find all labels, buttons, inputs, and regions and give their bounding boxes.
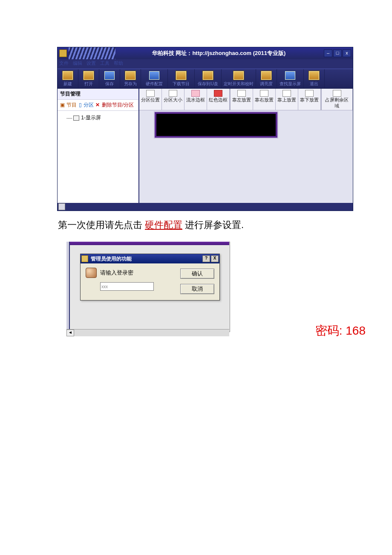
sidebar: 节目管理 ▣ 节目 ▯ 分区 ✕ 删除节目/分区 ·········· 1-显示…	[58, 89, 139, 203]
toolbar-save[interactable]: 保存	[99, 69, 120, 88]
ok-button[interactable]: 确认	[180, 269, 214, 279]
sub-align-top[interactable]: 靠上放置	[276, 89, 298, 110]
dialog-help-button[interactable]: ?	[202, 255, 210, 262]
dialog-bg-scrollbar: ◄	[66, 329, 229, 336]
delete-x-icon: ✕	[95, 102, 100, 108]
close-button[interactable]: x	[343, 49, 351, 57]
tab-program[interactable]: 节目	[66, 102, 77, 108]
status-handle-icon	[58, 203, 65, 210]
main-toolbar: 新建 打开 保存 另存为 硬件配置 下载节目 保存到U盘 定时开关和校时 调亮度…	[58, 69, 353, 89]
menu-item[interactable]: 编辑	[73, 60, 82, 68]
sub-align-left[interactable]: 靠左放置	[231, 89, 253, 110]
toolbar-saveusb[interactable]: 保存到U盘	[195, 69, 222, 88]
fill-icon	[333, 90, 341, 97]
display-icon	[73, 116, 79, 121]
user-icon	[86, 268, 97, 278]
app-icon	[59, 49, 67, 57]
align-right-icon	[260, 90, 268, 97]
dialog-screenshot: ◄ 管理员使用的功能 ? X 请输入登录密 确认	[57, 242, 293, 336]
align-top-icon	[282, 90, 291, 97]
toolbar-hardware[interactable]: 硬件配置	[141, 69, 168, 88]
sub-red-border[interactable]: 红色边框	[207, 89, 230, 110]
minimize-button[interactable]: –	[324, 49, 332, 57]
sub-flow-border[interactable]: 流水边框	[184, 89, 207, 110]
menu-item[interactable]: 帮助	[114, 60, 123, 68]
menu-item[interactable]: 设置	[86, 60, 96, 68]
menu-item[interactable]: 工具	[100, 60, 110, 68]
window-title: 华柏科技 网址：http://jszhonghao.com (2011专业版)	[115, 49, 322, 57]
align-left-icon	[237, 90, 246, 97]
toolbar-open[interactable]: 打开	[78, 69, 99, 88]
find-icon	[285, 71, 296, 80]
sub-toolbar: 分区位置 分区大小 流水边框 红色边框 靠左放置 靠右放置 靠上放置 靠下放置 …	[139, 89, 353, 110]
brightness-icon	[261, 71, 272, 80]
align-bottom-icon	[305, 90, 314, 97]
save-icon	[104, 71, 115, 80]
sub-align-right[interactable]: 靠右放置	[253, 89, 276, 110]
open-icon	[83, 71, 94, 80]
sub-align-bottom[interactable]: 靠下放置	[298, 89, 321, 110]
new-icon	[62, 71, 73, 80]
password-note: 密码: 168	[315, 323, 366, 336]
usb-icon	[202, 71, 213, 80]
toolbar-timer[interactable]: 定时开关和校时	[222, 69, 256, 88]
tab-program-icon: ▣	[60, 102, 65, 108]
red-border-icon	[214, 90, 222, 97]
exit-icon	[308, 71, 320, 80]
sub-fill-remaining[interactable]: 占屏剩余区域	[322, 89, 353, 110]
instruction-post: 进行屏参设置.	[185, 219, 244, 231]
tree-node-label: 1-显示屏	[81, 114, 101, 121]
dialog-title: 管理员使用的功能	[91, 255, 132, 263]
dialog-bg-purple-bar	[66, 242, 229, 245]
titlebar: 华柏科技 网址：http://jszhonghao.com (2011专业版) …	[58, 47, 353, 59]
tree-node-display1[interactable]: ·········· 1-显示屏	[66, 114, 135, 121]
instruction-text: 第一次使用请先点击 硬件配置 进行屏参设置.	[58, 219, 375, 231]
saveas-icon	[125, 71, 136, 80]
canvas-area: 分区位置 分区大小 流水边框 红色边框 靠左放置 靠右放置 靠上放置 靠下放置 …	[139, 89, 353, 203]
password-prompt: 请输入登录密	[100, 269, 133, 277]
login-dialog: 管理员使用的功能 ? X 请输入登录密 确认 取消	[80, 254, 220, 301]
tree-connector: ··········	[66, 115, 72, 121]
tab-delete[interactable]: 删除节目/分区	[102, 102, 134, 108]
titlebar-stripes	[69, 47, 115, 59]
sub-zone-size[interactable]: 分区大小	[162, 89, 184, 110]
led-preview[interactable]	[155, 112, 277, 138]
toolbar-new[interactable]: 新建	[58, 69, 78, 88]
statusbar	[58, 203, 353, 211]
instruction-pre: 第一次使用请先点击	[58, 219, 142, 231]
flow-border-icon	[191, 90, 200, 97]
dialog-app-icon	[81, 255, 88, 262]
toolbar-saveas[interactable]: 另存为	[120, 69, 141, 88]
toolbar-exit[interactable]: 退出	[304, 69, 325, 88]
app-window: 华柏科技 网址：http://jszhonghao.com (2011专业版) …	[57, 47, 353, 211]
hardware-icon	[149, 71, 160, 80]
dialog-bg-left-bar	[66, 242, 70, 331]
menubar: 文件 编辑 设置 工具 帮助	[58, 59, 353, 69]
menu-item[interactable]: 文件	[59, 60, 69, 68]
toolbar-download[interactable]: 下载节目	[168, 69, 195, 88]
download-icon	[176, 71, 187, 80]
maximize-button[interactable]: □	[333, 49, 342, 57]
dialog-close-button[interactable]: X	[211, 255, 219, 262]
cancel-button[interactable]: 取消	[180, 284, 214, 294]
dialog-titlebar: 管理员使用的功能 ? X	[81, 254, 219, 263]
sidebar-title: 节目管理	[58, 89, 138, 100]
workspace: 节目管理 ▣ 节目 ▯ 分区 ✕ 删除节目/分区 ·········· 1-显示…	[58, 89, 353, 203]
program-tree: ·········· 1-显示屏	[58, 111, 138, 203]
clock-icon	[233, 71, 244, 80]
tab-zone-icon: ▯	[79, 102, 82, 108]
sidebar-tabs: ▣ 节目 ▯ 分区 ✕ 删除节目/分区	[58, 100, 138, 111]
zone-pos-icon	[146, 90, 155, 97]
tab-zone[interactable]: 分区	[84, 102, 94, 108]
zone-size-icon	[169, 90, 177, 97]
scroll-left-icon[interactable]: ◄	[66, 330, 74, 336]
instruction-highlight: 硬件配置	[145, 219, 182, 231]
toolbar-brightness[interactable]: 调亮度	[256, 69, 277, 88]
password-input[interactable]	[100, 282, 154, 291]
sub-zone-pos[interactable]: 分区位置	[139, 89, 162, 110]
toolbar-find[interactable]: 查找显示屏	[277, 69, 304, 88]
